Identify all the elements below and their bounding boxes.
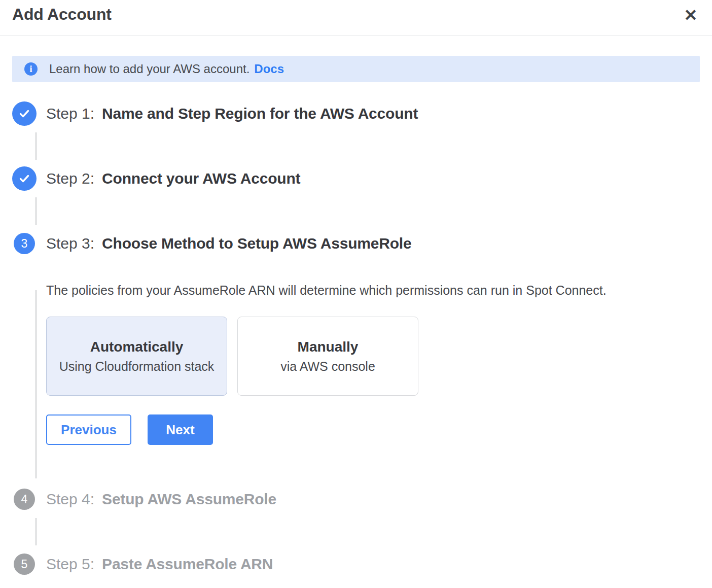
step-4-number-circle: 4 [14,489,35,510]
option-card-manually[interactable]: Manually via AWS console [237,317,418,396]
step-1-title: Name and Step Region for the AWS Account [102,105,418,122]
step-1-prefix: Step 1: [46,105,94,122]
previous-button[interactable]: Previous [46,414,131,445]
check-icon [18,172,30,185]
step-3-description: The policies from your AssumeRole ARN wi… [46,282,700,298]
step-3-content: The policies from your AssumeRole ARN wi… [12,282,700,487]
docs-link[interactable]: Docs [254,62,284,76]
modal-body: i Learn how to add your AWS account. Doc… [0,56,712,576]
info-banner: i Learn how to add your AWS account. Doc… [12,56,700,82]
option-title: Automatically [90,339,184,355]
step-3-row: 3 Step 3: Choose Method to Setup AWS Ass… [12,231,700,256]
step-2-title: Connect your AWS Account [102,170,300,187]
step-1-row: Step 1: Name and Step Region for the AWS… [12,101,700,126]
option-subtitle: via AWS console [280,359,375,374]
option-title: Manually [298,339,359,355]
step-connector [35,132,37,160]
step-5-number-circle: 5 [14,554,35,575]
step-3-prefix: Step 3: [46,235,94,252]
option-subtitle: Using Cloudformation stack [59,359,215,374]
page-title: Add Account [12,4,112,24]
banner-text: Learn how to add your AWS account. [49,62,250,76]
step-connector [35,197,37,225]
info-icon: i [24,62,38,76]
step-3-actions: Previous Next [46,414,700,445]
step-1-completed-circle [12,101,37,126]
step-4-row: 4 Step 4: Setup AWS AssumeRole [12,487,700,511]
step-2-prefix: Step 2: [46,170,94,187]
check-icon [18,108,30,120]
step-3-number-circle: 3 [14,233,35,254]
step-3-title: Choose Method to Setup AWS AssumeRole [102,235,411,252]
step-5-prefix: Step 5: [46,556,94,573]
method-options: Automatically Using Cloudformation stack… [46,317,700,396]
step-connector [35,518,37,545]
close-icon[interactable]: ✕ [680,4,702,26]
step-4-title: Setup AWS AssumeRole [102,491,276,508]
step-2-row: Step 2: Connect your AWS Account [12,166,700,191]
step-4-prefix: Step 4: [46,491,94,508]
option-card-automatically[interactable]: Automatically Using Cloudformation stack [46,317,227,396]
modal-header: Add Account ✕ [0,0,712,36]
step-2-completed-circle [12,166,37,191]
next-button[interactable]: Next [148,414,213,445]
add-account-modal: Add Account ✕ i Learn how to add your AW… [0,0,712,576]
step-5-row: 5 Step 5: Paste AssumeRole ARN [12,552,700,576]
step-5-title: Paste AssumeRole ARN [102,556,273,573]
